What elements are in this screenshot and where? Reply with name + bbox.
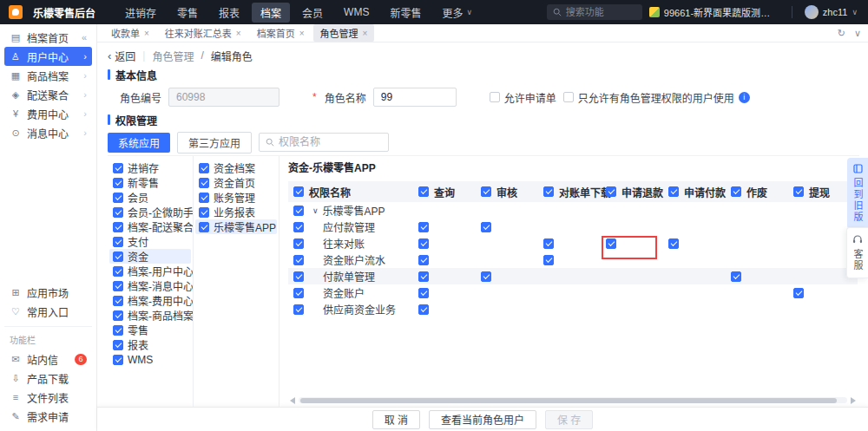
checkbox-icon[interactable] <box>293 222 304 232</box>
checkbox-icon[interactable] <box>668 238 679 249</box>
sidebar-item[interactable]: ✎需求申请 <box>4 407 92 426</box>
submodule-item[interactable]: 乐檬零售APP <box>195 219 277 234</box>
checkbox-icon[interactable] <box>113 251 123 262</box>
submodule-item[interactable]: 资金档案 <box>195 160 277 175</box>
sidebar-item[interactable]: ⊞应用市场 <box>4 283 92 302</box>
checkbox-icon[interactable] <box>563 92 574 102</box>
checkbox-icon[interactable] <box>113 266 123 277</box>
perm-row[interactable]: 往来对账 <box>288 235 858 251</box>
checkbox-icon[interactable] <box>418 222 429 232</box>
checkbox-icon[interactable] <box>113 355 123 365</box>
checkbox-icon[interactable] <box>113 296 123 306</box>
checkbox-icon[interactable] <box>293 238 304 249</box>
checkbox-icon[interactable] <box>606 186 616 197</box>
checkbox-icon[interactable] <box>418 186 429 197</box>
close-icon[interactable]: × <box>299 29 305 38</box>
perm-row[interactable]: 供应商资金业务 <box>288 301 858 317</box>
tab-item[interactable]: 角色管理× <box>313 24 375 42</box>
back-to-old-version-tab[interactable]: 回到旧版 <box>847 158 868 229</box>
checkbox-icon[interactable] <box>113 222 123 232</box>
global-search-input[interactable] <box>566 7 628 17</box>
tab-third-party[interactable]: 第三方应用 <box>177 132 252 153</box>
module-item[interactable]: 支付 <box>109 234 191 249</box>
save-button[interactable]: 保 存 <box>545 410 593 429</box>
module-item[interactable]: 新零售 <box>109 175 191 190</box>
checkbox-icon[interactable] <box>481 222 491 232</box>
checkbox-icon[interactable] <box>293 304 304 315</box>
checkbox-icon[interactable] <box>418 271 429 282</box>
tab-item[interactable]: 档案首页× <box>250 24 312 42</box>
module-item[interactable]: 会员-企微助手 <box>109 205 191 219</box>
checkbox-icon[interactable] <box>606 238 616 249</box>
topbar-menu-item[interactable]: 零售 <box>168 3 207 23</box>
perm-search[interactable] <box>259 133 389 152</box>
module-item[interactable]: 进销存 <box>109 160 191 175</box>
allow-apply-checkbox[interactable]: 允许申请单 <box>490 90 556 105</box>
checkbox-icon[interactable] <box>490 92 500 102</box>
chevron-down-icon[interactable]: ∨ <box>312 206 319 215</box>
checkbox-icon[interactable] <box>481 186 491 197</box>
checkbox-icon[interactable] <box>199 163 209 173</box>
module-item[interactable]: 报表 <box>109 337 191 352</box>
module-item[interactable]: 零售 <box>109 323 191 337</box>
collapse-sidebar-icon[interactable]: « <box>82 32 87 42</box>
customer-service-tab[interactable]: 客服 <box>846 227 868 278</box>
checkbox-icon[interactable] <box>199 178 209 188</box>
close-icon[interactable]: × <box>236 29 241 38</box>
checkbox-icon[interactable] <box>293 271 304 282</box>
checkbox-icon[interactable] <box>543 238 554 249</box>
role-code-input[interactable] <box>168 88 279 107</box>
checkbox-icon[interactable] <box>293 206 304 216</box>
submodule-item[interactable]: 账务管理 <box>195 190 277 205</box>
module-item[interactable]: 档案-配送聚合 <box>109 219 191 234</box>
checkbox-icon[interactable] <box>731 186 741 197</box>
sidebar-item[interactable]: ♡常用入口 <box>4 302 92 321</box>
sidebar-item[interactable]: ≡文件列表 <box>4 388 92 407</box>
module-item[interactable]: WMS <box>109 352 191 367</box>
checkbox-icon[interactable] <box>199 222 209 232</box>
close-icon[interactable]: × <box>144 29 149 38</box>
sidebar-item[interactable]: ▤档案首页« <box>4 28 92 47</box>
sidebar-item[interactable]: ◈配送聚合› <box>4 85 92 104</box>
refresh-icon[interactable]: ↻ <box>838 28 845 39</box>
tab-item[interactable]: 收款单× <box>104 24 156 42</box>
role-name-input[interactable] <box>373 88 457 107</box>
scrollbar-thumb[interactable] <box>300 398 837 403</box>
checkbox-icon[interactable] <box>113 163 123 173</box>
module-item[interactable]: 档案-消息中心 <box>109 278 191 293</box>
checkbox-icon[interactable] <box>199 193 209 203</box>
horizontal-scrollbar[interactable] <box>290 396 856 404</box>
tab-item[interactable]: 往来对账汇总表× <box>158 24 248 42</box>
checkbox-icon[interactable] <box>113 237 123 247</box>
topbar-menu-item[interactable]: 报表 <box>210 3 248 23</box>
perm-row[interactable]: 资金账户 <box>288 284 858 301</box>
module-item[interactable]: 会员 <box>109 190 191 205</box>
perm-row[interactable]: 资金账户流水 <box>288 251 858 268</box>
checkbox-icon[interactable] <box>113 325 123 336</box>
checkbox-icon[interactable] <box>481 271 491 282</box>
store-selector[interactable]: 99661-新界面果蔬版测试-管理.. <box>649 5 779 19</box>
checkbox-icon[interactable] <box>113 281 123 291</box>
sidebar-item[interactable]: ✉站内信6 <box>4 349 92 369</box>
view-role-users-button[interactable]: 查看当前角色用户 <box>429 410 536 429</box>
topbar-menu-item[interactable]: 更多∨ <box>433 3 481 23</box>
checkbox-icon[interactable] <box>793 288 804 298</box>
sidebar-item[interactable]: ¥费用中心› <box>4 104 92 123</box>
topbar-menu-item[interactable]: 档案 <box>252 3 290 23</box>
restrict-checkbox[interactable]: 只允许有角色管理权限的用户使用 i <box>563 90 750 105</box>
checkbox-icon[interactable] <box>293 255 304 265</box>
checkbox-icon[interactable] <box>293 186 304 197</box>
submodule-item[interactable]: 资金首页 <box>195 175 277 190</box>
scrollbar-track[interactable] <box>299 397 847 403</box>
checkbox-icon[interactable] <box>731 271 741 282</box>
sidebar-item[interactable]: ♙用户中心› <box>4 47 92 66</box>
topbar-menu-item[interactable]: 会员 <box>293 3 332 23</box>
checkbox-icon[interactable] <box>418 238 429 249</box>
checkbox-icon[interactable] <box>113 193 123 203</box>
checkbox-icon[interactable] <box>793 186 804 197</box>
chevron-down-icon[interactable]: ∨ <box>854 28 861 39</box>
user-menu[interactable]: zhc11 ∨ <box>805 5 858 19</box>
back-button[interactable]: ‹ 返回 <box>108 49 135 63</box>
sidebar-item[interactable]: ⇩产品下载 <box>4 369 92 388</box>
scroll-right-icon[interactable] <box>851 397 856 404</box>
